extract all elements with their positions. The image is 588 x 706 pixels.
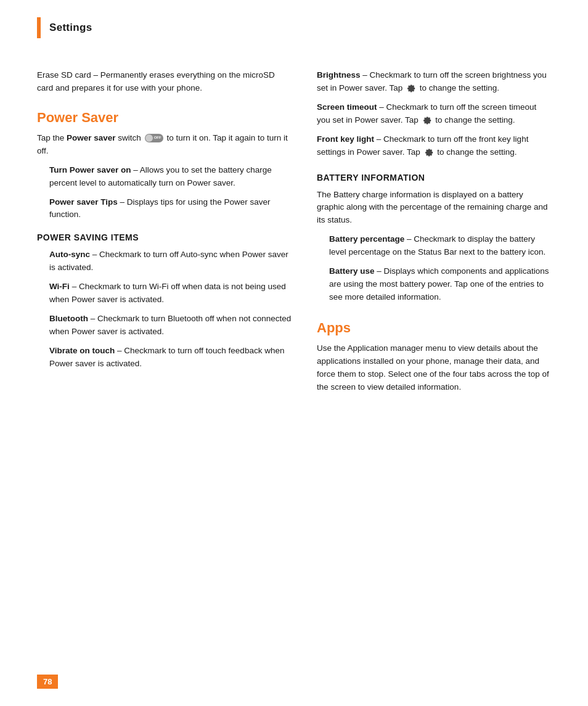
page-number-container: 78 [37,675,58,689]
content-area: Erase SD card – Permanently erases every… [0,51,588,425]
apps-title: Apps [317,320,551,336]
wifi-entry: Wi-Fi – Checkmark to turn Wi-Fi off when… [37,281,292,306]
turn-power-saver-on-entry: Turn Power saver on – Allows you to set … [37,164,292,190]
power-saving-items-title: POWER SAVING ITEMS [37,232,292,242]
bluetooth-term: Bluetooth [49,314,88,323]
screen-timeout-change: to change the setting. [435,115,515,125]
apps-intro: Use the Application manager menu to view… [317,342,551,394]
gear-icon-front-key [424,147,434,157]
page: Settings Erase SD card – Permanently era… [0,0,588,706]
screen-timeout-entry: Screen timeout – Checkmark to turn off t… [317,101,551,127]
page-number: 78 [37,675,58,689]
header: Settings [0,0,588,51]
battery-use-term: Battery use [329,266,375,276]
brightness-term: Brightness [317,70,361,80]
auto-sync-entry: Auto-sync – Checkmark to turn off Auto-s… [37,248,292,274]
gear-icon-brightness [406,83,416,93]
battery-percentage-term: Battery percentage [329,234,404,244]
gear-icon-screen-timeout [422,115,432,125]
battery-info-intro: The Battery charge information is displa… [317,189,551,228]
header-bar-accent [37,17,41,38]
power-saver-intro: Tap the [37,133,67,142]
power-saver-switch-label: switch [116,133,144,142]
wifi-desc: – Checkmark to turn Wi-Fi off when data … [49,282,286,304]
power-saver-section: Power Saver Tap the Power saver switch t… [37,110,292,371]
erase-sd-term: Erase SD card [37,70,91,80]
battery-use-entry: Battery use – Displays which components … [317,265,551,304]
vibrate-on-touch-entry: Vibrate on touch – Checkmark to turn off… [37,345,292,371]
left-column: Erase SD card – Permanently erases every… [37,69,292,400]
power-saver-bold: Power saver [67,133,116,142]
power-saver-intro-text: Tap the Power saver switch to turn it on… [37,132,292,158]
power-saver-tips-term: Power saver Tips [49,197,118,207]
front-key-light-entry: Front key light – Checkmark to turn off … [317,133,551,159]
power-saver-title: Power Saver [37,110,292,126]
erase-sd-text: Erase SD card – Permanently erases every… [37,69,292,95]
brightness-entry: Brightness – Checkmark to turn off the s… [317,69,551,95]
screen-timeout-term: Screen timeout [317,102,377,112]
bluetooth-entry: Bluetooth – Checkmark to turn Bluetooth … [37,313,292,339]
battery-percentage-entry: Battery percentage – Checkmark to displa… [317,233,551,259]
erase-sd-section: Erase SD card – Permanently erases every… [37,69,292,95]
toggle-switch-icon [145,134,163,142]
front-key-change: to change the setting. [437,147,517,157]
front-key-light-term: Front key light [317,134,374,144]
battery-information-title: BATTERY INFORMATION [317,173,551,183]
auto-sync-term: Auto-sync [49,250,90,259]
turn-power-saver-on-term: Turn Power saver on [49,165,131,174]
brightness-change: to change the setting. [420,83,499,92]
right-column: Brightness – Checkmark to turn off the s… [317,69,551,400]
power-saver-tips-entry: Power saver Tips – Displays tips for usi… [37,196,292,222]
page-title: Settings [49,22,92,34]
vibrate-on-touch-term: Vibrate on touch [49,346,115,355]
wifi-term: Wi-Fi [49,282,70,291]
